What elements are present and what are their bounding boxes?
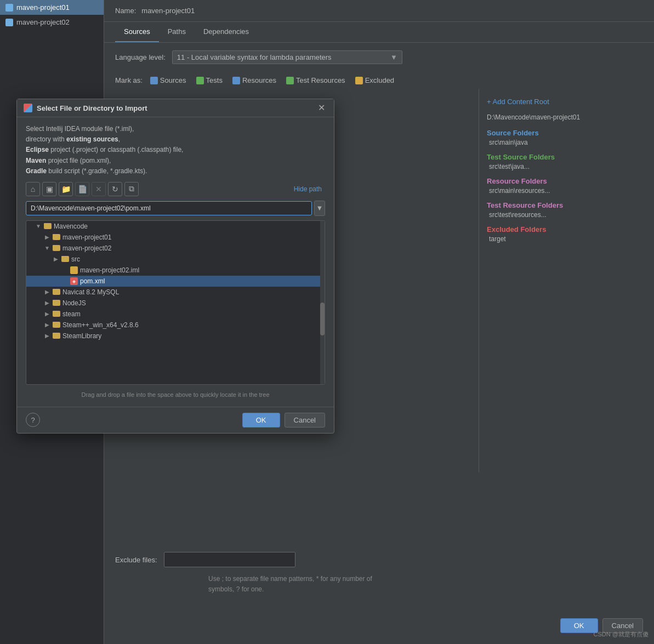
tree-item-src[interactable]: ▶ src (26, 254, 325, 265)
tree-item-pom-xml[interactable]: pom.xml (26, 276, 325, 287)
test-resources-btn-label: Test Resources (296, 76, 345, 84)
expand-arrow[interactable]: ▶ (44, 234, 50, 240)
scrollbar[interactable] (320, 221, 325, 384)
tree-item-label: maven-project02 (62, 244, 111, 252)
desktop-button[interactable]: ▣ (42, 182, 56, 196)
tab-dependencies[interactable]: Dependencies (195, 22, 258, 42)
add-content-root-btn[interactable]: + Add Content Root (487, 98, 646, 106)
exclude-files-hint: Use ; to separate file name patterns, * … (208, 574, 372, 595)
test-source-folders-title: Test Source Folders (487, 153, 646, 161)
content-path: D:\Mavencode\maven-project01 (487, 113, 646, 121)
mark-as-test-resources-btn[interactable]: Test Resources (284, 75, 348, 86)
mark-as-row: Mark as: Sources Tests Resources Test Re… (104, 72, 654, 89)
source-folders-path: src\main\java (487, 139, 646, 146)
tests-icon (196, 77, 204, 84)
dialog-titlebar: Select File or Directory to Import ✕ (17, 99, 334, 117)
tree-item-label: maven-project01 (62, 233, 111, 241)
path-input-row: ▼ (26, 201, 325, 216)
excluded-folders-title: Excluded Folders (487, 225, 646, 233)
home-button[interactable]: ⌂ (26, 182, 40, 196)
project-name-value: maven-project01 (141, 7, 195, 15)
test-resource-folders-section: Test Resource Folders src\test\resources… (487, 201, 646, 219)
scrollbar-thumb[interactable] (320, 303, 325, 335)
header-row: Name: maven-project01 (104, 0, 654, 22)
tree-item-maven-project01[interactable]: ▶ maven-project01 (26, 232, 325, 243)
dialog-close-button[interactable]: ✕ (316, 104, 327, 112)
tree-item-label: pom.xml (80, 277, 105, 285)
project-icon (5, 4, 13, 12)
folder-icon (61, 256, 69, 262)
mark-as-sources-btn[interactable]: Sources (148, 75, 189, 86)
folder-icon (53, 311, 60, 317)
expand-arrow[interactable]: ▼ (35, 223, 42, 229)
expand-arrow[interactable]: ▶ (44, 333, 50, 339)
tree-item-mavencode[interactable]: ▼ Mavencode (26, 221, 325, 232)
tree-item-steam-plus[interactable]: ▶ Steam++_win_x64_v2.8.6 (26, 320, 325, 330)
sidebar-item-project01[interactable]: maven-project01 (0, 0, 104, 15)
exclude-files-input[interactable] (164, 552, 295, 567)
dialog-footer: ? OK Cancel (17, 407, 334, 433)
tree-item-iml-file[interactable]: maven-project02.iml (26, 265, 325, 276)
tree-item-steam-library[interactable]: ▶ SteamLibrary (26, 330, 325, 341)
test-source-folders-path: src\test\java... (487, 163, 646, 170)
mark-as-excluded-btn[interactable]: Excluded (353, 75, 396, 86)
tree-item-navicat[interactable]: ▶ Navicat 8.2 MySQL (26, 287, 325, 298)
exclude-files-label: Exclude files: (115, 556, 157, 564)
expand-arrow[interactable]: ▶ (53, 256, 59, 262)
exclude-files-row: Exclude files: (115, 552, 295, 567)
mark-as-resources-btn[interactable]: Resources (230, 75, 278, 86)
tree-item-label: SteamLibrary (62, 332, 101, 340)
dialog-ok-button[interactable]: OK (242, 413, 280, 428)
tab-sources[interactable]: Sources (115, 22, 159, 42)
folder-icon (53, 300, 60, 306)
main-ok-button[interactable]: OK (560, 618, 598, 633)
tree-item-steam[interactable]: ▶ steam (26, 309, 325, 320)
refresh-button[interactable]: ↻ (108, 182, 122, 196)
help-button[interactable]: ? (26, 413, 40, 427)
file-tree[interactable]: ▼ Mavencode ▶ maven-project01 ▼ maven-pr… (26, 220, 325, 385)
dialog-cancel-button[interactable]: Cancel (285, 413, 325, 428)
folder-icon (53, 333, 60, 339)
tree-item-nodejs[interactable]: ▶ NodeJS (26, 298, 325, 309)
tree-item-label: Mavencode (54, 223, 88, 230)
path-input[interactable] (26, 201, 312, 215)
path-dropdown-button[interactable]: ▼ (314, 201, 325, 216)
tree-item-label: NodeJS (62, 299, 86, 307)
file-import-dialog: Select File or Directory to Import ✕ Sel… (16, 99, 334, 434)
mark-as-label: Mark as: (115, 76, 143, 84)
hide-path-button[interactable]: Hide path (291, 183, 325, 195)
source-folders-section: Source Folders src\main\java (487, 129, 646, 146)
spacer (61, 278, 68, 284)
expand-arrow[interactable]: ▶ (44, 311, 50, 317)
expand-arrow[interactable]: ▶ (44, 289, 50, 295)
tabs-bar: Sources Paths Dependencies (104, 22, 654, 43)
expand-arrow[interactable]: ▶ (44, 300, 50, 306)
delete-button[interactable]: ✕ (92, 182, 106, 196)
expand-arrow[interactable]: ▶ (44, 322, 50, 328)
new-folder-button[interactable]: 📁 (59, 182, 73, 196)
copy-button[interactable]: ⧉ (124, 182, 139, 196)
mark-as-tests-btn[interactable]: Tests (194, 75, 225, 86)
expand-arrow[interactable]: ▼ (44, 245, 50, 251)
tab-paths[interactable]: Paths (159, 22, 195, 42)
tree-item-maven-project02[interactable]: ▼ maven-project02 (26, 243, 325, 254)
tree-item-label: maven-project02.iml (80, 266, 139, 274)
sidebar-item-label: maven-project01 (16, 3, 70, 12)
source-folders-title: Source Folders (487, 129, 646, 137)
excluded-icon (355, 77, 363, 84)
test-resource-folders-title: Test Resource Folders (487, 201, 646, 209)
chevron-down-icon: ▼ (390, 53, 397, 61)
tree-item-label: Steam++_win_x64_v2.8.6 (62, 321, 139, 329)
test-resources-icon (286, 77, 294, 84)
sidebar-item-project02[interactable]: maven-project02 (0, 15, 104, 30)
resources-icon (232, 77, 240, 84)
resource-folders-title: Resource Folders (487, 177, 646, 185)
language-level-row: Language level: 11 - Local variable synt… (104, 43, 654, 72)
excluded-folders-section: Excluded Folders target (487, 225, 646, 243)
language-level-label: Language level: (115, 53, 166, 61)
test-resource-folders-path: src\test\resources... (487, 211, 646, 219)
language-level-select[interactable]: 11 - Local variable syntax for lambda pa… (172, 50, 402, 64)
sidebar-item-label: maven-project02 (16, 18, 70, 26)
folder-icon (44, 223, 52, 229)
new-file-button[interactable]: 📄 (75, 182, 89, 196)
